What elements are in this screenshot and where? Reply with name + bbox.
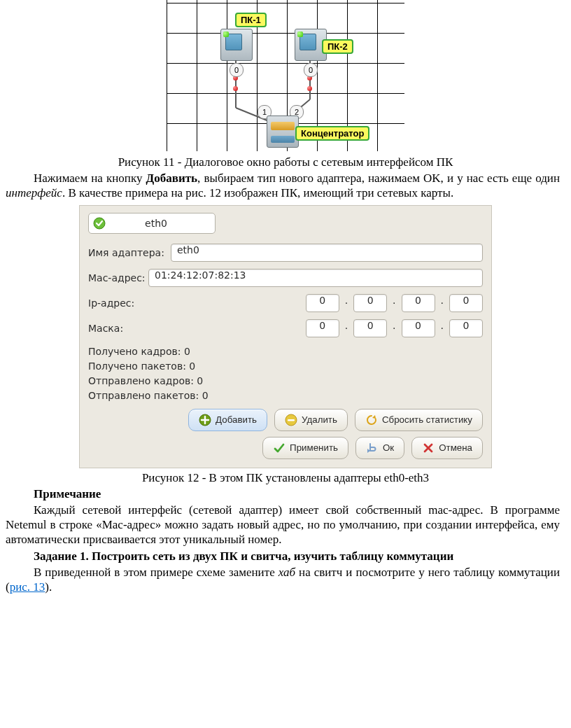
hub-label: Концентратор <box>295 126 369 141</box>
note-paragraph: Каждый сетевой интерфейс (сетевой адапте… <box>6 503 560 547</box>
mask-octet-field[interactable]: 0 <box>353 319 387 337</box>
paragraph-add-adapter: Нажимаем на кнопку Добавить, выбираем ти… <box>6 171 560 201</box>
ip-octet-field[interactable]: 0 <box>353 294 387 312</box>
status-led-icon <box>223 31 229 37</box>
button-label: Сбросить статистику <box>382 414 472 425</box>
connection-dot-icon <box>233 86 238 91</box>
add-button[interactable]: Добавить <box>188 409 267 431</box>
mask-label: Маска: <box>88 323 171 334</box>
check-icon <box>92 216 107 231</box>
italic-text: хаб <box>279 566 295 579</box>
adapter-name-label: Имя адаптера: <box>88 247 171 258</box>
ip-address-label: Ip-адрес: <box>88 298 171 309</box>
italic-text: интерфейс <box>6 186 62 200</box>
figure-12-caption: Рисунок 12 - В этом ПК установлены адапт… <box>0 471 571 485</box>
button-label: Ок <box>383 442 394 453</box>
check-icon <box>273 442 286 454</box>
mask-octet-field[interactable]: 0 <box>306 319 339 337</box>
task-heading: Задание 1. Построить сеть из двух ПК и с… <box>6 549 560 564</box>
mac-address-label: Mac-адрес: <box>88 272 148 284</box>
ip-octet-field[interactable]: 0 <box>449 294 483 312</box>
reset-stats-button[interactable]: Сбросить статистику <box>355 409 483 431</box>
button-label: Добавить <box>216 414 257 425</box>
adapter-name-field[interactable]: eth0 <box>171 244 483 262</box>
figure-13-link[interactable]: рис. 13 <box>10 580 45 594</box>
ip-separator: · <box>439 298 445 309</box>
ok-icon <box>366 442 379 454</box>
port-number-badge: 0 <box>230 63 244 77</box>
bold-text: Примечание <box>34 487 101 500</box>
stats-block: Получено кадров: 0 Получено пакетов: 0 О… <box>88 344 483 403</box>
mask-octet-field[interactable]: 0 <box>449 319 483 337</box>
stat-frames-sent: Отправлено кадров: 0 <box>88 374 483 388</box>
button-label: Отмена <box>439 442 472 453</box>
note-heading: Примечание <box>6 486 560 501</box>
bold-text: Задание 1. Построить сеть из двух ПК и с… <box>34 550 453 563</box>
cancel-icon <box>422 442 435 454</box>
status-led-icon <box>297 31 303 37</box>
cancel-button[interactable]: Отмена <box>411 437 483 459</box>
figure-11-network-diagram: ПК-1 ПК-2 0 0 1 2 Концентратор <box>167 0 404 151</box>
cursor-overlay: Добавить <box>188 409 267 431</box>
delete-button[interactable]: Удалить <box>274 409 348 431</box>
adapter-tab-label: eth0 <box>110 218 215 229</box>
ip-address-group: 0 · 0 · 0 · 0 <box>306 294 483 312</box>
connection-dot-icon <box>307 86 312 91</box>
text: , выбираем тип нового адаптера, нажимаем… <box>197 172 560 185</box>
pc-1-node <box>220 29 253 61</box>
port-number-badge: 0 <box>304 63 318 77</box>
ip-octet-field[interactable]: 0 <box>306 294 339 312</box>
figure-11-caption: Рисунок 11 - Диалоговое окно работы с се… <box>0 155 571 169</box>
mask-group: 0 · 0 · 0 · 0 <box>306 319 483 337</box>
pc-1-label: ПК-1 <box>235 13 267 27</box>
ip-octet-field[interactable]: 0 <box>402 294 435 312</box>
interface-dialog: eth0 Имя адаптера: eth0 Mac-адрес: 01:24… <box>79 205 492 468</box>
hub-node <box>267 115 299 148</box>
pc-2-label: ПК-2 <box>322 39 353 54</box>
button-label: Применить <box>290 442 338 453</box>
ip-separator: · <box>391 323 397 334</box>
svg-rect-3 <box>288 419 295 421</box>
text: . В качестве примера на рис. 12 изображе… <box>62 186 453 200</box>
text: ). <box>45 580 52 594</box>
refresh-icon <box>365 414 378 426</box>
minus-circle-icon <box>285 414 297 426</box>
svg-point-0 <box>94 218 105 229</box>
ok-button[interactable]: Ок <box>355 437 404 459</box>
stat-frames-received: Получено кадров: 0 <box>88 344 483 359</box>
ip-separator: · <box>391 298 397 309</box>
ip-separator: · <box>344 323 349 334</box>
stat-packets-received: Получено пакетов: 0 <box>88 359 483 374</box>
task-paragraph: В приведенной в этом примере схеме замен… <box>6 565 560 595</box>
button-label: Удалить <box>302 414 337 425</box>
ip-separator: · <box>439 323 445 334</box>
adapter-tab[interactable]: eth0 <box>88 213 216 234</box>
mask-octet-field[interactable]: 0 <box>402 319 435 337</box>
text: Нажимаем на кнопку <box>34 172 146 185</box>
stat-packets-sent: Отправлено пакетов: 0 <box>88 388 483 403</box>
bold-text: Добавить <box>146 172 198 185</box>
text: В приведенной в этом примере схеме замен… <box>34 566 279 579</box>
plus-circle-icon <box>199 414 211 426</box>
apply-button[interactable]: Применить <box>262 437 348 459</box>
ip-separator: · <box>344 298 349 309</box>
mac-address-field[interactable]: 01:24:12:07:82:13 <box>148 269 483 287</box>
